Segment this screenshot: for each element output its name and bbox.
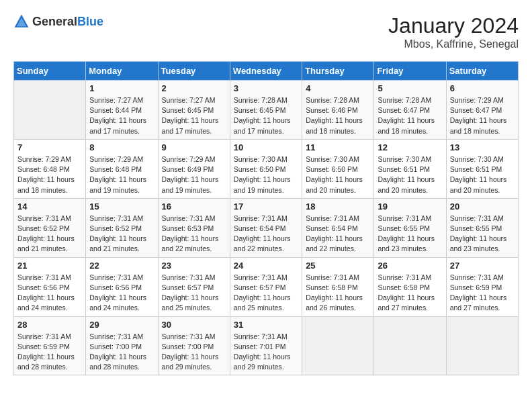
day-number: 17 xyxy=(234,201,298,212)
calendar-cell: 31Sunrise: 7:31 AMSunset: 7:01 PMDayligh… xyxy=(230,316,302,375)
weekday-header-friday: Friday xyxy=(374,62,446,81)
day-info: Sunrise: 7:31 AMSunset: 6:52 PMDaylight:… xyxy=(17,214,82,255)
day-number: 26 xyxy=(378,261,442,271)
logo-blue: Blue xyxy=(77,15,103,28)
calendar-cell: 9Sunrise: 7:29 AMSunset: 6:49 PMDaylight… xyxy=(158,139,230,198)
day-number: 23 xyxy=(162,261,226,271)
day-number: 22 xyxy=(89,261,154,271)
calendar-header: SundayMondayTuesdayWednesdayThursdayFrid… xyxy=(14,62,519,81)
day-info: Sunrise: 7:28 AMSunset: 6:45 PMDaylight:… xyxy=(234,95,298,136)
calendar-cell: 11Sunrise: 7:30 AMSunset: 6:50 PMDayligh… xyxy=(302,139,374,198)
calendar-cell: 26Sunrise: 7:31 AMSunset: 6:58 PMDayligh… xyxy=(374,257,446,316)
calendar-week-1: 1Sunrise: 7:27 AMSunset: 6:44 PMDaylight… xyxy=(14,81,519,140)
day-number: 18 xyxy=(306,201,370,212)
calendar-cell xyxy=(14,81,86,140)
calendar-cell: 27Sunrise: 7:31 AMSunset: 6:59 PMDayligh… xyxy=(446,257,518,316)
day-info: Sunrise: 7:31 AMSunset: 6:59 PMDaylight:… xyxy=(450,273,515,314)
day-number: 7 xyxy=(17,142,82,152)
calendar-week-4: 21Sunrise: 7:31 AMSunset: 6:56 PMDayligh… xyxy=(14,257,519,316)
day-info: Sunrise: 7:30 AMSunset: 6:51 PMDaylight:… xyxy=(450,154,515,195)
calendar-cell: 22Sunrise: 7:31 AMSunset: 6:56 PMDayligh… xyxy=(86,257,158,316)
day-info: Sunrise: 7:31 AMSunset: 7:01 PMDaylight:… xyxy=(234,332,298,373)
calendar-cell: 24Sunrise: 7:31 AMSunset: 6:57 PMDayligh… xyxy=(230,257,302,316)
day-number: 1 xyxy=(89,83,154,93)
logo-general: General xyxy=(32,15,77,28)
day-number: 14 xyxy=(17,201,82,212)
day-info: Sunrise: 7:31 AMSunset: 6:58 PMDaylight:… xyxy=(306,273,370,314)
calendar-cell: 16Sunrise: 7:31 AMSunset: 6:53 PMDayligh… xyxy=(158,198,230,257)
weekday-header-monday: Monday xyxy=(86,62,158,81)
day-number: 29 xyxy=(89,320,154,330)
weekday-row: SundayMondayTuesdayWednesdayThursdayFrid… xyxy=(14,62,519,81)
weekday-header-wednesday: Wednesday xyxy=(230,62,302,81)
weekday-header-thursday: Thursday xyxy=(302,62,374,81)
calendar-cell xyxy=(374,316,446,375)
calendar-cell: 30Sunrise: 7:31 AMSunset: 7:00 PMDayligh… xyxy=(158,316,230,375)
day-info: Sunrise: 7:31 AMSunset: 6:53 PMDaylight:… xyxy=(162,214,226,255)
calendar-cell: 13Sunrise: 7:30 AMSunset: 6:51 PMDayligh… xyxy=(446,139,518,198)
day-number: 13 xyxy=(450,142,515,152)
calendar-cell: 1Sunrise: 7:27 AMSunset: 6:44 PMDaylight… xyxy=(86,81,158,140)
weekday-header-saturday: Saturday xyxy=(446,62,518,81)
day-info: Sunrise: 7:29 AMSunset: 6:48 PMDaylight:… xyxy=(89,154,154,195)
day-number: 21 xyxy=(17,261,82,271)
day-info: Sunrise: 7:30 AMSunset: 6:50 PMDaylight:… xyxy=(234,154,298,195)
title-block: January 2024 Mbos, Kaffrine, Senegal xyxy=(388,13,519,50)
logo: GeneralBlue xyxy=(13,13,103,30)
day-number: 4 xyxy=(306,83,370,93)
calendar-cell: 6Sunrise: 7:29 AMSunset: 6:47 PMDaylight… xyxy=(446,81,518,140)
logo-icon xyxy=(13,13,30,30)
calendar-cell: 12Sunrise: 7:30 AMSunset: 6:51 PMDayligh… xyxy=(374,139,446,198)
day-number: 30 xyxy=(162,320,226,330)
day-info: Sunrise: 7:31 AMSunset: 6:56 PMDaylight:… xyxy=(17,273,82,314)
day-info: Sunrise: 7:31 AMSunset: 6:55 PMDaylight:… xyxy=(450,214,515,255)
day-number: 8 xyxy=(89,142,154,152)
day-info: Sunrise: 7:29 AMSunset: 6:48 PMDaylight:… xyxy=(17,154,82,195)
day-number: 11 xyxy=(306,142,370,152)
calendar-week-5: 28Sunrise: 7:31 AMSunset: 6:59 PMDayligh… xyxy=(14,316,519,375)
day-number: 31 xyxy=(234,320,298,330)
day-info: Sunrise: 7:29 AMSunset: 6:47 PMDaylight:… xyxy=(450,95,515,136)
calendar-cell: 2Sunrise: 7:27 AMSunset: 6:45 PMDaylight… xyxy=(158,81,230,140)
day-info: Sunrise: 7:28 AMSunset: 6:47 PMDaylight:… xyxy=(378,95,442,136)
day-number: 16 xyxy=(162,201,226,212)
calendar-cell: 3Sunrise: 7:28 AMSunset: 6:45 PMDaylight… xyxy=(230,81,302,140)
day-info: Sunrise: 7:27 AMSunset: 6:45 PMDaylight:… xyxy=(162,95,226,136)
calendar-cell: 8Sunrise: 7:29 AMSunset: 6:48 PMDaylight… xyxy=(86,139,158,198)
calendar-cell: 15Sunrise: 7:31 AMSunset: 6:52 PMDayligh… xyxy=(86,198,158,257)
calendar-cell xyxy=(446,316,518,375)
calendar-cell: 23Sunrise: 7:31 AMSunset: 6:57 PMDayligh… xyxy=(158,257,230,316)
day-info: Sunrise: 7:27 AMSunset: 6:44 PMDaylight:… xyxy=(89,95,154,136)
calendar-cell: 25Sunrise: 7:31 AMSunset: 6:58 PMDayligh… xyxy=(302,257,374,316)
day-number: 12 xyxy=(378,142,442,152)
day-number: 5 xyxy=(378,83,442,93)
day-number: 2 xyxy=(162,83,226,93)
weekday-header-sunday: Sunday xyxy=(14,62,86,81)
day-number: 15 xyxy=(89,201,154,212)
page-header: GeneralBlue January 2024 Mbos, Kaffrine,… xyxy=(13,13,519,50)
calendar-cell: 18Sunrise: 7:31 AMSunset: 6:54 PMDayligh… xyxy=(302,198,374,257)
calendar-cell: 19Sunrise: 7:31 AMSunset: 6:55 PMDayligh… xyxy=(374,198,446,257)
day-number: 19 xyxy=(378,201,442,212)
calendar-cell: 20Sunrise: 7:31 AMSunset: 6:55 PMDayligh… xyxy=(446,198,518,257)
day-info: Sunrise: 7:31 AMSunset: 6:59 PMDaylight:… xyxy=(17,332,82,373)
calendar-cell: 17Sunrise: 7:31 AMSunset: 6:54 PMDayligh… xyxy=(230,198,302,257)
calendar-cell: 14Sunrise: 7:31 AMSunset: 6:52 PMDayligh… xyxy=(14,198,86,257)
calendar-cell xyxy=(302,316,374,375)
logo-text: GeneralBlue xyxy=(32,15,103,29)
day-number: 25 xyxy=(306,261,370,271)
day-info: Sunrise: 7:31 AMSunset: 6:54 PMDaylight:… xyxy=(306,214,370,255)
calendar-cell: 21Sunrise: 7:31 AMSunset: 6:56 PMDayligh… xyxy=(14,257,86,316)
day-info: Sunrise: 7:29 AMSunset: 6:49 PMDaylight:… xyxy=(162,154,226,195)
day-info: Sunrise: 7:31 AMSunset: 6:57 PMDaylight:… xyxy=(162,273,226,314)
calendar-week-2: 7Sunrise: 7:29 AMSunset: 6:48 PMDaylight… xyxy=(14,139,519,198)
day-number: 20 xyxy=(450,201,515,212)
page-subtitle: Mbos, Kaffrine, Senegal xyxy=(388,38,519,50)
day-info: Sunrise: 7:31 AMSunset: 6:58 PMDaylight:… xyxy=(378,273,442,314)
calendar-body: 1Sunrise: 7:27 AMSunset: 6:44 PMDaylight… xyxy=(14,81,519,375)
day-number: 24 xyxy=(234,261,298,271)
day-number: 6 xyxy=(450,83,515,93)
day-info: Sunrise: 7:31 AMSunset: 6:55 PMDaylight:… xyxy=(378,214,442,255)
weekday-header-tuesday: Tuesday xyxy=(158,62,230,81)
calendar-cell: 5Sunrise: 7:28 AMSunset: 6:47 PMDaylight… xyxy=(374,81,446,140)
